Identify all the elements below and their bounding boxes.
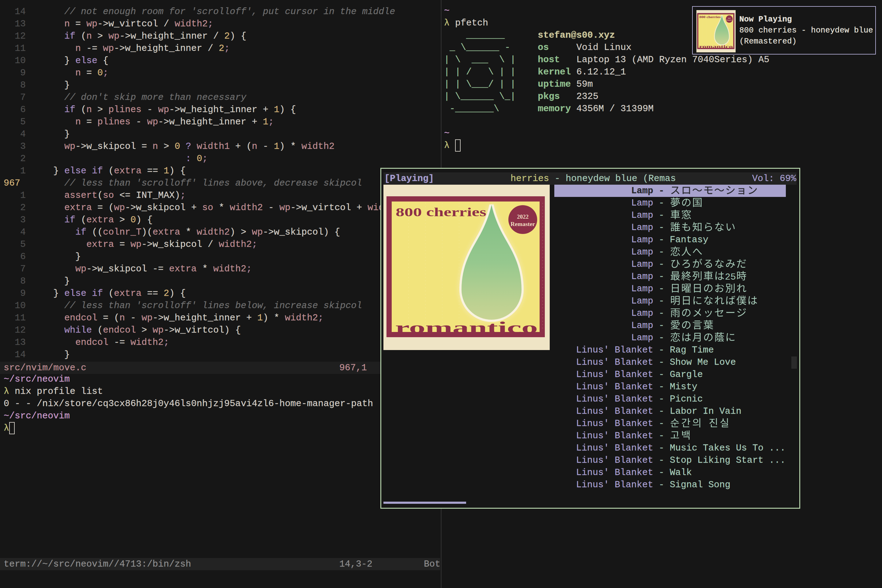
svg-text:5: 5 (730, 272, 736, 282)
svg-text:2: 2 (725, 272, 730, 282)
